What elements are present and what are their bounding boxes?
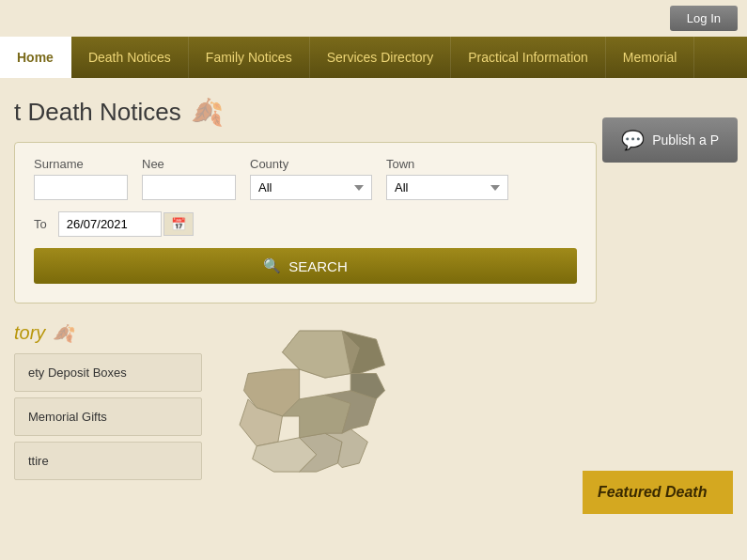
- surname-input[interactable]: [34, 175, 128, 200]
- town-select[interactable]: All: [386, 175, 508, 200]
- search-label: SEARCH: [288, 258, 348, 274]
- directory-leaf: 🍂: [53, 323, 73, 344]
- nee-input[interactable]: [142, 175, 236, 200]
- directory-title: tory 🍂: [14, 322, 202, 344]
- ireland-map-svg: [221, 322, 446, 510]
- nav-family-notices[interactable]: Family Notices: [189, 37, 310, 78]
- surname-label: Surname: [34, 157, 128, 171]
- nav-memorial[interactable]: Memorial: [606, 37, 695, 78]
- search-title-text: t Death Notices: [14, 98, 181, 127]
- nee-group: Nee: [142, 157, 236, 200]
- dir-item-3[interactable]: ttire: [14, 442, 202, 480]
- form-row-1: Surname Nee County All Town All: [34, 157, 577, 200]
- date-to-input[interactable]: [58, 211, 162, 237]
- date-input-wrap: 📅: [58, 211, 194, 237]
- search-button[interactable]: 🔍 SEARCH: [34, 248, 577, 284]
- surname-group: Surname: [34, 157, 128, 200]
- publish-label: Publish a P: [652, 132, 719, 148]
- town-label: Town: [386, 157, 508, 171]
- map-area: Featured Death: [221, 322, 733, 514]
- directory-title-text: tory: [14, 322, 45, 344]
- leaf-decoration: 🍂: [191, 97, 224, 128]
- county-label: County: [250, 157, 372, 171]
- search-icon: 🔍: [263, 257, 281, 274]
- log-in-button[interactable]: Log In: [670, 6, 738, 31]
- publish-button[interactable]: 💬 Publish a P: [602, 117, 738, 163]
- search-form: Surname Nee County All Town All To: [14, 142, 597, 303]
- nav-death-notices[interactable]: Death Notices: [71, 37, 189, 78]
- directory-left: tory 🍂 ety Deposit Boxes Memorial Gifts …: [14, 322, 202, 514]
- dir-item-1[interactable]: ety Deposit Boxes: [14, 353, 202, 392]
- date-row: To 📅: [34, 211, 577, 237]
- nav-practical-info[interactable]: Practical Information: [451, 37, 606, 78]
- date-to-label: To: [34, 217, 47, 231]
- nav-services-directory[interactable]: Services Directory: [310, 37, 452, 78]
- chat-icon: 💬: [621, 129, 645, 151]
- nav-home[interactable]: Home: [0, 37, 71, 78]
- featured-death-box[interactable]: Featured Death: [583, 471, 733, 514]
- main-nav: Home Death Notices Family Notices Servic…: [0, 37, 747, 78]
- dir-item-2[interactable]: Memorial Gifts: [14, 397, 202, 436]
- town-group: Town All: [386, 157, 508, 200]
- county-group: County All: [250, 157, 372, 200]
- calendar-button[interactable]: 📅: [163, 212, 194, 236]
- top-bar: Log In: [0, 0, 747, 37]
- county-select[interactable]: All: [250, 175, 372, 200]
- featured-death-label: Featured Death: [598, 484, 707, 500]
- nee-label: Nee: [142, 157, 236, 171]
- directory-section: tory 🍂 ety Deposit Boxes Memorial Gifts …: [14, 322, 733, 514]
